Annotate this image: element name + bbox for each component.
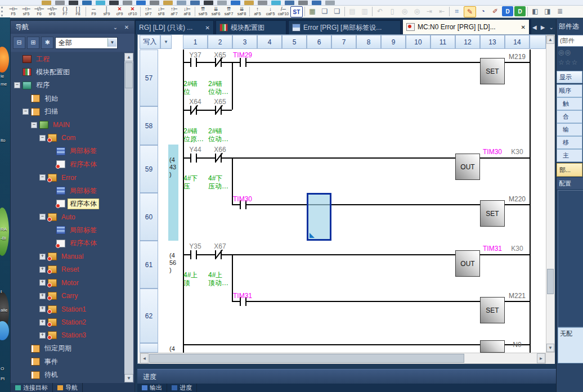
editor-tab[interactable]: 模块配置图 xyxy=(216,20,286,34)
ladder-column-header[interactable]: 14 xyxy=(505,35,530,49)
desktop-icon[interactable] xyxy=(0,321,9,340)
ladder-column-header[interactable]: 2 xyxy=(208,35,232,49)
ladder-symbol-button-saf5[interactable]: ⇈saF5 xyxy=(196,6,209,17)
bottom-panel-tab[interactable]: 进度 xyxy=(167,384,197,392)
nav-tree-item[interactable]: 局部标签 xyxy=(48,146,98,157)
edit-mode-icon[interactable]: ✎ xyxy=(464,6,476,17)
expand-icon[interactable]: + xyxy=(39,319,46,326)
ladder-symbol-button-f7[interactable]: ( )F7 xyxy=(59,6,71,17)
device-edit-icon[interactable]: ✐ xyxy=(490,6,501,16)
toolbar-icon-partial[interactable] xyxy=(82,1,92,5)
nav-tree-item[interactable]: −程序 xyxy=(14,80,51,91)
part-category-item[interactable]: 移 xyxy=(557,136,582,149)
nc-contact[interactable] xyxy=(215,250,222,259)
toolbar-icon-partial[interactable] xyxy=(244,1,254,5)
collapse-icon[interactable]: − xyxy=(39,174,46,181)
ladder-instruction-box[interactable]: OUT xyxy=(455,250,480,277)
ladder-column-header[interactable]: 3 xyxy=(232,35,257,49)
ladder-symbol-button-f5[interactable]: ⊣⊢F5 xyxy=(7,6,20,17)
ladder-row-number[interactable]: 57 xyxy=(140,49,158,106)
collapse-icon[interactable]: − xyxy=(39,135,46,141)
ladder-symbol-button-sf7[interactable]: ↑⊢sF7 xyxy=(142,6,155,17)
ladder-symbol-button-af7[interactable]: ↑⊢aF7 xyxy=(168,6,181,17)
close-icon[interactable]: ✕ xyxy=(122,23,131,31)
scroll-right-icon[interactable]: ► xyxy=(537,353,545,363)
ladder-edit-icon[interactable]: ▦ xyxy=(307,6,318,16)
ladder-symbol-button-f6[interactable]: ⊣/⊢F6 xyxy=(33,6,46,17)
ladder-column-header[interactable]: 10 xyxy=(406,35,430,49)
ladder-row-number[interactable]: 58 xyxy=(140,106,158,145)
shift-left-icon[interactable]: ⇤ xyxy=(436,6,447,16)
ladder-row-number[interactable]: 62 xyxy=(140,289,158,343)
bottom-panel-tab[interactable]: 输出 xyxy=(137,384,167,392)
no-contact[interactable] xyxy=(240,58,246,67)
document-icon[interactable]: ▯ xyxy=(387,6,398,16)
expand-tree-icon[interactable]: ⊞ xyxy=(27,37,39,49)
ladder-symbol-button-caf10[interactable]: /─caF10 xyxy=(277,6,290,17)
toolbar-icon-partial[interactable] xyxy=(136,1,146,5)
ladder-row-number[interactable]: 59 xyxy=(140,145,158,193)
toolbar-icon-partial[interactable] xyxy=(204,1,213,5)
nav-tree-item[interactable]: 局部标签 xyxy=(48,224,98,236)
toolbar-icon-partial[interactable] xyxy=(55,1,65,5)
nav-tree-item[interactable]: +Motor xyxy=(39,277,80,289)
editor-tab[interactable]: Error [PRG] [局部标签设... xyxy=(288,20,401,34)
ladder-column-header[interactable]: 12 xyxy=(455,35,480,49)
nav-tree-item[interactable]: +Manual xyxy=(39,251,85,262)
scroll-left-icon[interactable]: ◄ xyxy=(140,353,149,363)
nav-tree-item[interactable]: +Reset xyxy=(39,264,80,275)
collapse-icon[interactable]: − xyxy=(23,109,29,115)
tree-scrollbar[interactable]: ▲ ▼ xyxy=(124,53,133,382)
ladder-symbol-button-f9[interactable]: ─F9 xyxy=(87,6,100,17)
list-view-icon[interactable]: ≣ xyxy=(554,6,566,16)
collapse-icon[interactable]: − xyxy=(14,82,20,88)
nc-contact[interactable] xyxy=(190,106,197,115)
part-panel-active-tab[interactable]: 部... xyxy=(557,163,582,177)
ladder-instruction-box[interactable]: SET xyxy=(480,200,505,227)
ladder-symbol-button-af5[interactable]: ↑aF5 xyxy=(251,6,264,17)
toolbar-icon-partial[interactable] xyxy=(258,1,267,5)
editor-tab[interactable]: RG] [LD] (只读) ...✕ xyxy=(135,20,214,34)
ladder-block-icon[interactable]: ▤ xyxy=(347,6,358,16)
ladder-column-header[interactable]: 11 xyxy=(430,35,455,49)
toolbar-icon-partial[interactable] xyxy=(271,1,281,5)
toolbar-icon-partial[interactable] xyxy=(190,1,200,5)
ladder-symbol-button-sf6[interactable]: ⊣/⊢sF6 xyxy=(46,6,59,17)
nav-bottom-tab[interactable]: 导航 xyxy=(53,383,83,392)
ladder-symbol-button-caf5[interactable]: ↓caF5 xyxy=(264,6,277,17)
nav-tree-item[interactable]: 程序本体 xyxy=(48,238,98,249)
ladder-row-number[interactable]: 60 xyxy=(140,193,158,241)
ladder-column-header[interactable]: 6 xyxy=(307,35,331,49)
no-contact[interactable] xyxy=(190,250,197,259)
toolbar-icon-partial[interactable] xyxy=(298,1,308,5)
ladder-column-header[interactable]: 8 xyxy=(356,35,381,49)
tab-list-icon[interactable]: ⌄ xyxy=(549,24,554,30)
collapse-tree-icon[interactable]: ⊟ xyxy=(13,37,25,49)
statement-icon[interactable]: ❏ xyxy=(319,6,330,16)
ladder-column-header[interactable]: 13 xyxy=(480,35,505,49)
window-split-icon[interactable]: ◧ xyxy=(530,6,541,16)
nav-tree-item[interactable]: 恒定周期 xyxy=(23,343,73,354)
toolbar-icon-partial[interactable] xyxy=(217,1,227,5)
nav-tree-item[interactable]: 局部标签 xyxy=(48,185,98,196)
expand-icon[interactable]: + xyxy=(39,280,46,286)
ladder-row-number[interactable]: 61 xyxy=(140,241,158,289)
nav-tree-item[interactable]: −Error xyxy=(39,172,78,183)
nav-tree-item[interactable]: −Auto xyxy=(39,211,77,223)
collapse-icon[interactable]: − xyxy=(39,214,46,220)
ladder-symbol-button-saf6[interactable]: ⇊saF6 xyxy=(209,6,222,17)
desktop-icon[interactable] xyxy=(0,208,9,256)
st-language-icon[interactable]: ST xyxy=(290,6,303,17)
ladder-instruction-box[interactable]: OUT xyxy=(455,154,480,180)
nav-tree-item[interactable]: 程序本体 xyxy=(48,159,98,170)
ladder-symbol-button-cf10[interactable]: ✕cF10 xyxy=(126,6,139,17)
window-split2-icon[interactable]: ◨ xyxy=(542,6,553,16)
undo-icon[interactable]: ↶ xyxy=(374,6,385,16)
scroll-up-icon[interactable]: ▲ xyxy=(124,53,133,61)
close-icon[interactable]: ✕ xyxy=(521,24,526,30)
expand-icon[interactable]: + xyxy=(39,254,46,260)
toolbar-icon-partial[interactable] xyxy=(109,1,119,5)
scroll-down-icon[interactable]: ▼ xyxy=(124,374,133,382)
ladder-symbol-button-cf9[interactable]: ✕cF9 xyxy=(113,6,126,17)
vertical-scroll-thumb[interactable] xyxy=(547,269,554,294)
